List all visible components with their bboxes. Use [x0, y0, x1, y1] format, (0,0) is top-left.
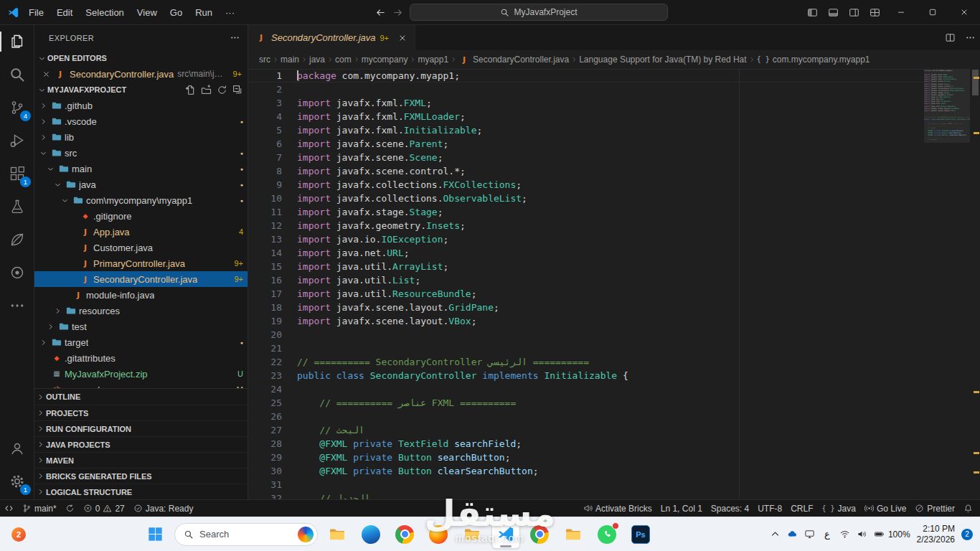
menu-selection[interactable]: Selection: [79, 0, 130, 24]
code-line[interactable]: 26: [248, 410, 924, 423]
tray-expand-icon[interactable]: [770, 529, 781, 540]
tab-secondarycontroller[interactable]: J SecondaryController.java 9+: [248, 25, 415, 50]
explorer-more-actions-icon[interactable]: [230, 32, 240, 43]
status-java-status[interactable]: Java: Ready: [129, 500, 198, 517]
onedrive-icon[interactable]: [787, 529, 798, 540]
open-editors-header[interactable]: OPEN EDITORS: [34, 50, 248, 66]
taskbar-file-explorer[interactable]: [323, 520, 352, 549]
breadcrumb-item[interactable]: java: [309, 55, 325, 65]
toggle-secondary-sidebar-icon[interactable]: [844, 0, 864, 24]
code-line[interactable]: 6import javafx.scene.Parent;: [248, 137, 924, 151]
battery-icon[interactable]: [874, 529, 885, 540]
activity-search[interactable]: [0, 58, 34, 91]
close-editor-icon[interactable]: [42, 70, 51, 79]
code-line[interactable]: 25 // ========== عناصر FXML ==========: [248, 396, 924, 410]
status-problems[interactable]: 027: [79, 500, 129, 517]
tree-item[interactable]: .github: [34, 98, 248, 113]
status-cursor-position[interactable]: Ln 1, Col 1: [656, 500, 707, 517]
taskbar-chrome[interactable]: [390, 520, 419, 549]
close-window-button[interactable]: [948, 0, 980, 24]
tree-item[interactable]: lib: [34, 129, 248, 145]
status-prettier[interactable]: Prettier: [910, 500, 959, 517]
taskbar-folder-dev[interactable]: [559, 520, 588, 549]
code-line[interactable]: 22// ========== SecondaryController الرئ…: [248, 355, 924, 369]
clock[interactable]: 2:10 PM 2/23/2026: [917, 524, 955, 545]
code-line[interactable]: 12import javafx.geometry.Insets;: [248, 219, 924, 232]
status-indentation[interactable]: Spaces: 4: [707, 500, 753, 517]
status-eol[interactable]: CRLF: [786, 500, 817, 517]
customize-layout-icon[interactable]: [864, 0, 885, 24]
taskbar-chrome-profile[interactable]: [525, 520, 554, 549]
toggle-primary-sidebar-icon[interactable]: [802, 0, 823, 24]
activity-gradle[interactable]: [0, 256, 34, 289]
menu-view[interactable]: View: [131, 0, 164, 24]
code-line[interactable]: 15import java.util.ArrayList;: [248, 260, 924, 273]
taskbar-edge[interactable]: [357, 520, 385, 549]
activity-run-debug[interactable]: [0, 124, 34, 157]
code-line[interactable]: 16import java.util.List;: [248, 273, 924, 287]
tree-item[interactable]: main●: [34, 161, 248, 176]
new-file-icon[interactable]: [185, 85, 196, 95]
section-maven[interactable]: MAVEN: [34, 452, 248, 468]
menu-edit[interactable]: Edit: [50, 0, 79, 24]
menu-go[interactable]: Go: [164, 0, 189, 24]
tree-item[interactable]: Jmodule-info.java: [34, 287, 248, 303]
breadcrumb-item[interactable]: com: [335, 55, 352, 65]
start-button[interactable]: [141, 520, 169, 549]
overview-ruler[interactable]: [970, 69, 980, 499]
tree-item[interactable]: ▦MyJavafxProject.zipU: [34, 366, 248, 382]
tree-item[interactable]: ◆.gitattributes: [34, 350, 248, 366]
navigate-forward-icon[interactable]: [392, 7, 403, 18]
command-center[interactable]: MyJavafxProject: [410, 4, 668, 21]
tree-item[interactable]: resources: [34, 303, 248, 319]
breadcrumb-item[interactable]: myapp1: [418, 55, 448, 65]
breadcrumb-item[interactable]: mycompany: [362, 55, 408, 65]
minimap[interactable]: package com.mycompany.myapp1;import java…: [924, 69, 970, 499]
code-editor[interactable]: 1package com.mycompany.myapp1;23import j…: [248, 69, 924, 499]
status-encoding[interactable]: UTF-8: [753, 500, 786, 517]
taskbar-search[interactable]: Search: [174, 523, 318, 546]
tree-item[interactable]: target●: [34, 334, 248, 350]
tree-item[interactable]: test: [34, 319, 248, 334]
code-line[interactable]: 10import javafx.collections.ObservableLi…: [248, 192, 924, 205]
breadcrumb-item[interactable]: main: [281, 55, 299, 65]
maximize-button[interactable]: [917, 0, 948, 24]
code-line[interactable]: 17import java.util.ResourceBundle;: [248, 287, 924, 301]
wifi-icon[interactable]: [839, 529, 850, 540]
editor-more-actions-icon[interactable]: [960, 28, 980, 48]
tree-item[interactable]: .vscode●: [34, 113, 248, 129]
menu-run[interactable]: Run: [189, 0, 219, 24]
breadcrumb-item[interactable]: { }com.mycompany.myapp1: [757, 55, 870, 65]
project-header[interactable]: MYJAVAFXPROJECT: [34, 82, 248, 98]
volume-icon[interactable]: [857, 529, 867, 540]
section-outline[interactable]: OUTLINE: [34, 389, 248, 405]
section-logical-structure[interactable]: LOGICAL STRUCTURE: [34, 484, 248, 499]
code-line[interactable]: 23public class SecondaryController imple…: [248, 369, 924, 382]
breadcrumb-item[interactable]: src: [259, 55, 270, 65]
navigate-back-icon[interactable]: [375, 7, 386, 18]
code-line[interactable]: 21: [248, 342, 924, 355]
tree-item[interactable]: JApp.java4: [34, 224, 248, 240]
tree-item[interactable]: JPrimaryController.java9+: [34, 255, 248, 271]
activity-extensions[interactable]: 1: [0, 157, 34, 190]
toggle-panel-icon[interactable]: [823, 0, 844, 24]
tree-item[interactable]: com\mycompany\myapp1●: [34, 192, 248, 208]
code-line[interactable]: 14import java.net.URL;: [248, 246, 924, 260]
menu-file[interactable]: File: [22, 0, 50, 24]
status-language-mode[interactable]: { }Java: [818, 500, 860, 517]
open-editor-item[interactable]: JSecondaryController.javasrc\main\ja...9…: [34, 66, 248, 82]
activity-testing[interactable]: [0, 190, 34, 223]
language-indicator[interactable]: ع: [821, 529, 833, 540]
new-folder-icon[interactable]: [201, 85, 212, 95]
display-icon[interactable]: [804, 529, 815, 540]
status-branch[interactable]: main*: [18, 500, 61, 517]
status-notifications[interactable]: [959, 500, 977, 517]
taskbar-folder-blue[interactable]: [458, 520, 486, 549]
section-run-configuration[interactable]: RUN CONFIGURATION: [34, 420, 248, 436]
code-line[interactable]: 13import java.io.IOException;: [248, 232, 924, 246]
taskbar-vscode[interactable]: [491, 520, 520, 549]
section-java-projects[interactable]: JAVA PROJECTS: [34, 436, 248, 452]
status-activate-bricks[interactable]: Activate Bricks: [579, 500, 656, 517]
widgets-button[interactable]: 2: [11, 517, 26, 551]
activity-accounts[interactable]: [0, 432, 34, 465]
